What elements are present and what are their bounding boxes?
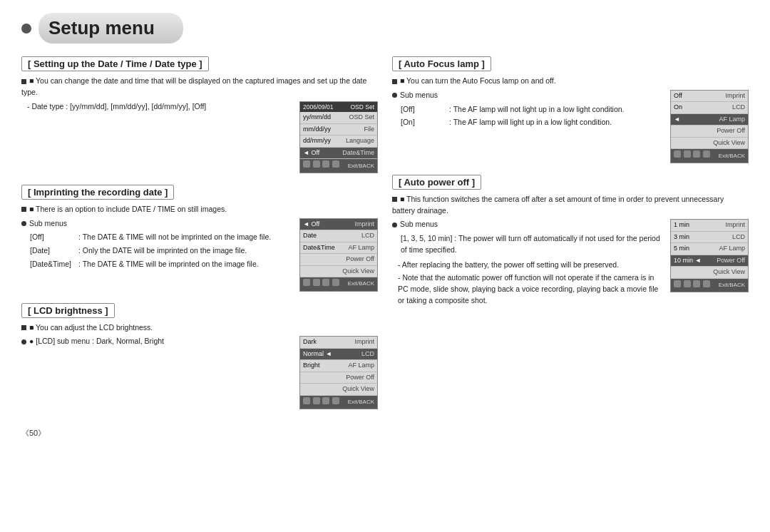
cam-exit-label: Exit/BACK [348,162,374,170]
lcd-row-dark: Dark Imprint [300,337,377,349]
imprint-submenu-label: Sub menus [21,218,292,230]
lcd-row-normal: Normal ◄ LCD [300,349,377,361]
lcd-row-poweroff: Power Off [300,372,377,384]
autopoweroff-submenu-label: Sub menus [392,219,663,230]
autofocus-items: [Off]: The AF lamp will not light up in … [392,104,663,129]
cam-icon-1 [303,160,310,168]
date-time-content: - Date type : [yy/mm/dd], [mm/dd/yy], [d… [21,101,378,173]
right-column: [ Auto Focus lamp ] ■ You can turn the A… [392,56,749,421]
date-time-cam-menu: 2006/09/01 OSD Set yy/mm/dd OSD Set mm/d… [299,101,378,173]
autofocus-content: Sub menus [Off]: The AF lamp will not li… [392,90,749,163]
section-lcd-title: [ LCD brightness ] [21,303,115,318]
lcd-row-bright: Bright AF Lamp [300,360,377,372]
bullet-icon [21,221,26,226]
cam-icon-1 [674,280,681,287]
section-autofocus: [ Auto Focus lamp ] ■ You can turn the A… [392,56,749,163]
cam-icon-3 [322,279,329,286]
autopoweroff-content: Sub menus [1, 3, 5, 10 min] : The power … [392,219,749,308]
page-wrapper: Setup menu [ Setting up the Date / Time … [21,13,749,439]
imprint-item-off: [Off]: The DATE & TIME will not be impri… [30,232,292,243]
cam-footer-icons [674,280,711,291]
cam-icon-4 [332,397,339,404]
autofocus-intro: ■ You can turn the Auto Focus lamp on an… [392,76,749,87]
autofocus-submenu-label: Sub menus [392,90,663,101]
section-imprint: [ Imprinting the recording date ] ■ Ther… [21,185,378,292]
cam-icon-4 [703,280,710,287]
bullet-icon [392,79,397,84]
section-autopoweroff: [ Auto power off ] ■ This function switc… [392,175,749,309]
section-autofocus-title: [ Auto Focus lamp ] [392,56,491,71]
cam-icon-4 [332,279,339,286]
af-row-poweroff: Power Off [671,126,748,138]
lcd-submenu: ● [LCD] sub menu : Dark, Normal, Bright [21,336,292,347]
imprint-intro: ■ There is an option to include DATE / T… [21,204,378,215]
lcd-content: ● [LCD] sub menu : Dark, Normal, Bright … [21,336,378,409]
imprint-row-datetime: Date&Time AF Lamp [300,242,377,255]
cam-menu-footer: Exit/BACK [300,159,377,173]
section-lcd-body: ■ You can adjust the LCD brightness. ● [… [21,322,378,410]
imprint-cam-menu: ◄ Off Imprint Date LCD Date&Time AF Lamp [299,218,378,292]
page-number: 《50》 [21,428,749,439]
cam-menu-date: 2006/09/01 [303,103,334,112]
main-content: [ Setting up the Date / Time / Date type… [21,56,749,421]
bullet-icon [21,79,26,84]
cam-icon-1 [303,279,310,286]
section-lcd: [ LCD brightness ] ■ You can adjust the … [21,303,378,410]
autopoweroff-note-1: - After replacing the battery, the power… [398,260,663,271]
apo-row-quickview: Quick View [671,267,748,279]
section-date-time-title: [ Setting up the Date / Time / Date type… [21,56,209,71]
section-imprint-title: [ Imprinting the recording date ] [21,185,174,200]
bullet-icon [392,222,397,227]
autofocus-menu-image: Off Imprint On LCD ◄ AF Lamp [670,90,749,163]
autofocus-item-off: [Off]: The AF lamp will not light up in … [401,104,663,116]
af-footer: Exit/BACK [671,149,748,163]
bullet-icon [21,339,26,344]
autofocus-cam-menu: Off Imprint On LCD ◄ AF Lamp [670,90,749,163]
bullet-icon [21,325,26,330]
autopoweroff-note-2: - Note that the automatic power off func… [398,272,663,306]
cam-footer-icons [303,160,340,171]
af-row-off: Off Imprint [671,91,748,103]
date-time-menu-image: 2006/09/01 OSD Set yy/mm/dd OSD Set mm/d… [299,101,378,173]
imprint-row-poweroff: Power Off [300,254,377,266]
autopoweroff-submenu-text: [1, 3, 5, 10 min] : The power will turn … [392,233,663,256]
lcd-row-quickview: Quick View [300,384,377,396]
cam-exit-label: Exit/BACK [348,280,374,288]
lcd-menu-image: Dark Imprint Normal ◄ LCD Bright AF Lamp [299,336,378,409]
autofocus-text: Sub menus [Off]: The AF lamp will not li… [392,90,663,131]
page-title: Setup menu [38,13,183,44]
af-row-aflamp: ◄ AF Lamp [671,114,748,126]
imprint-menu-image: ◄ Off Imprint Date LCD Date&Time AF Lamp [299,218,378,292]
cam-footer-icons [303,279,340,290]
cam-icon-2 [313,397,320,404]
imprint-row-date: Date LCD [300,230,377,242]
cam-icon-2 [684,280,691,287]
cam-icon-3 [322,160,329,168]
apo-row-3min: 3 min LCD [671,232,748,244]
autopoweroff-intro: ■ This function switches the camera off … [392,194,749,217]
header-bullet-icon [21,24,31,34]
cam-menu-osd: OSD Set [350,103,374,112]
cam-exit-label: Exit/BACK [719,281,745,290]
cam-exit-label: Exit/BACK [719,152,745,160]
cam-exit-label: Exit/BACK [348,398,374,406]
bullet-icon [21,207,26,212]
lcd-text: ● [LCD] sub menu : Dark, Normal, Bright [21,336,292,350]
section-date-time: [ Setting up the Date / Time / Date type… [21,56,378,173]
lcd-cam-menu: Dark Imprint Normal ◄ LCD Bright AF Lamp [299,336,378,409]
cam-footer-icons [674,150,711,161]
imprint-footer: Exit/BACK [300,277,377,291]
section-autopoweroff-title: [ Auto power off ] [392,175,481,190]
section-autopoweroff-body: ■ This function switches the camera off … [392,194,749,309]
cam-icon-1 [303,397,310,404]
cam-menu-row-off: ◄ Off Date&Time [300,148,377,160]
lcd-intro: ■ You can adjust the LCD brightness. [21,322,378,334]
date-type-detail: - Date type : [yy/mm/dd], [mm/dd/yy], [d… [27,101,292,113]
cam-menu-top: 2006/09/01 OSD Set [300,102,377,113]
af-row-quickview: Quick View [671,138,748,150]
date-time-text: - Date type : [yy/mm/dd], [mm/dd/yy], [d… [21,101,292,115]
cam-icon-2 [684,150,691,158]
autopoweroff-menu-image: 1 min Imprint 3 min LCD 5 min AF Lamp [670,219,749,292]
cam-icon-2 [313,279,320,286]
cam-icon-4 [703,150,710,158]
